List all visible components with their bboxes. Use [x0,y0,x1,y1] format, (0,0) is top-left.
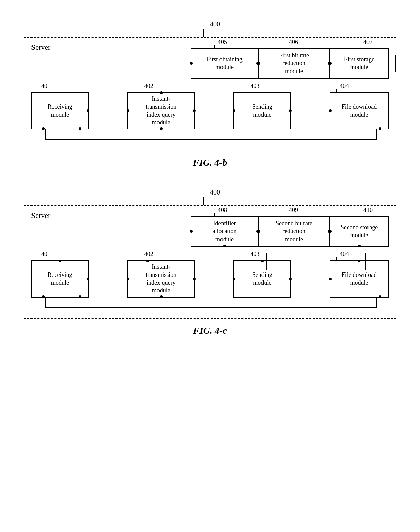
fig4c-vline-404 [376,298,377,308]
fig4b-bottom-line [45,139,377,140]
fig4c-outer-ref: 400 [210,188,220,196]
dot-c-402-l [127,278,129,280]
figure-4b: 400 Server 405 406 [24,20,396,168]
dot-403-l [233,109,235,112]
fig4c-ref-404: 404 [340,251,349,258]
fig4c-ref-402: 402 [144,251,153,258]
dot-402-r [193,109,196,112]
dot-402-t [160,91,163,94]
fig4c-module-402: Instant-transmissionindex querymodule [127,260,195,298]
fig4c-label: FIG. 4-c [24,325,396,336]
dot-409-left [258,230,260,233]
fig4c-ref-409: 409 [289,207,298,214]
fig4c-bottom-row: Receivingmodule Instant-transmissioninde… [31,260,389,298]
dot-c-404-l [329,278,332,280]
fig4b-module-401: Receivingmodule [31,92,89,129]
fig4b-vline-404 [376,129,377,140]
dot-402-l [127,109,129,112]
fig4b-vline-407-top [395,55,396,72]
dot-c-402-t [146,260,149,262]
dot-408-bottom [223,245,226,247]
dot-407-left [329,62,332,65]
dot-404-l [329,109,332,112]
fig4b-ref-407: 407 [363,39,373,46]
fig4c-connect-408-402 [266,253,267,270]
dot-c-404-t [358,260,360,262]
fig4b-ref-403: 403 [250,83,259,90]
fig4b-ref-405: 405 [218,39,227,46]
fig4c-module-410: Second storagemodule [330,216,389,247]
fig4b-vline-401 [45,129,46,140]
fig4b-module-402: Instant-transmissionindex querymodule [127,92,195,129]
dot-c-403-l [233,278,235,280]
fig4b-module-405: First obtainingmodule [191,48,258,79]
fig4b-ref-404: 404 [340,83,349,90]
fig4c-outer-box: Server 408 409 [24,205,396,319]
fig4b-vline-405-top [336,55,336,72]
fig4c-ref-408: 408 [218,207,227,214]
fig4c-ref-403: 403 [250,251,259,258]
fig4b-bottom-row: Receivingmodule Instant-transmissioninde… [31,92,389,129]
fig4c-module-408: Identifierallocationmodule [191,216,258,247]
dot-c-403-t [261,260,264,262]
dot-408-left [190,230,193,233]
fig4b-ref-402: 402 [144,83,153,90]
fig4c-module-409: Second bit ratereductionmodule [258,216,330,247]
fig4c-vline-402 [210,298,210,308]
fig4b-module-407: First storagemodule [330,48,389,79]
dot-c-401-t [59,260,61,262]
fig4c-module-404: File downloadmodule [330,260,389,298]
figure-4c: 400 Server 408 409 [24,188,396,336]
fig4b-outer-ref: 400 [210,20,220,28]
dot-c-401-r [87,278,89,280]
dot-c-403-r [289,278,292,280]
fig4c-connect-410-404 [365,253,366,270]
fig4c-vline-401 [45,298,46,308]
dot-c-402-r [193,278,196,280]
dot-403-r [289,109,292,112]
dot-410-left [329,230,332,233]
dot-406-left [258,62,260,65]
fig4b-ref-406: 406 [289,39,298,46]
fig4b-module-404: File downloadmodule [330,92,389,129]
dot-401-r [87,109,89,112]
fig4b-vline-402 [210,129,210,140]
fig4c-ref-410: 410 [363,207,373,214]
fig4b-outer-box: Server 405 406 [24,37,396,150]
fig4b-module-403: Sendingmodule [233,92,291,129]
fig4c-bottom-line [45,307,377,308]
fig4c-module-401: Receivingmodule [31,260,89,298]
fig4c-module-403: Sendingmodule [233,260,291,298]
dot-405-left [190,62,193,65]
dot-410-bottom [358,245,361,247]
fig4b-module-406: First bit ratereductionmodule [258,48,330,79]
fig4b-label: FIG. 4-b [24,157,396,168]
